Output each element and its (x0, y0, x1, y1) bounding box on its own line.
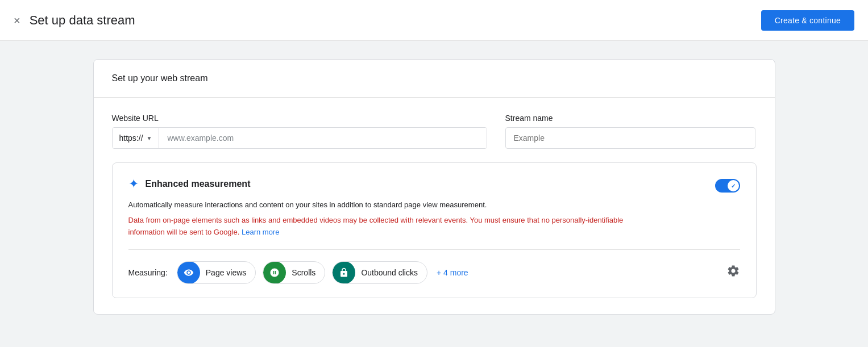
main-content: Set up your web stream Website URL https… (0, 41, 868, 333)
gear-icon[interactable] (726, 264, 740, 281)
toggle-knob: ✓ (728, 180, 739, 191)
create-continue-button[interactable]: Create & continue (761, 10, 854, 31)
sparkle-icon: ✦ (128, 177, 139, 191)
chevron-down-icon: ▼ (147, 135, 152, 141)
protocol-select[interactable]: https:// ▼ (113, 128, 160, 148)
enhanced-title: Enhanced measurement (146, 179, 251, 189)
url-input-group: https:// ▼ (112, 127, 487, 149)
divider (128, 249, 740, 250)
section-title: Set up your web stream (112, 73, 208, 83)
website-url-group: Website URL https:// ▼ (112, 114, 487, 149)
enhanced-header-row: ✦ Enhanced measurement Automatically mea… (128, 177, 740, 238)
enhanced-measurement-box: ✦ Enhanced measurement Automatically mea… (112, 162, 757, 298)
enhanced-header: ✦ Enhanced measurement (128, 177, 715, 191)
page-views-chip[interactable]: Page views (177, 261, 256, 284)
warning-text: Data from on-page elements such as links… (128, 216, 624, 236)
enhanced-measurement-toggle[interactable]: ✓ (715, 179, 740, 193)
scrolls-chip[interactable]: Scrolls (263, 261, 325, 284)
page-views-label: Page views (200, 268, 256, 277)
scrolls-label: Scrolls (286, 268, 325, 277)
more-link[interactable]: + 4 more (437, 268, 468, 277)
outbound-clicks-icon (333, 261, 355, 284)
measuring-row: Measuring: Page views Scrolls (128, 261, 740, 284)
page-header: × Set up data stream Create & continue (0, 0, 868, 41)
card-body: Website URL https:// ▼ Stream name (94, 98, 775, 314)
check-icon: ✓ (731, 183, 736, 189)
enhanced-description: Automatically measure interactions and c… (128, 199, 640, 211)
close-icon[interactable]: × (14, 15, 20, 26)
toggle-wrapper: ✓ (715, 179, 740, 193)
fields-row: Website URL https:// ▼ Stream name (112, 114, 757, 149)
enhanced-warning: Data from on-page elements such as links… (128, 215, 640, 239)
stream-name-label: Stream name (505, 114, 755, 123)
website-url-input[interactable] (159, 128, 486, 148)
website-url-label: Website URL (112, 114, 487, 123)
scrolls-icon (263, 261, 286, 284)
header-left: × Set up data stream (14, 13, 135, 28)
learn-more-link[interactable]: Learn more (242, 228, 279, 236)
measuring-label: Measuring: (128, 268, 168, 277)
page-title: Set up data stream (30, 13, 135, 28)
protocol-value: https:// (119, 133, 143, 143)
stream-name-input[interactable] (505, 127, 755, 149)
outbound-clicks-chip[interactable]: Outbound clicks (332, 261, 427, 284)
setup-card: Set up your web stream Website URL https… (93, 59, 775, 315)
page-views-icon (177, 261, 200, 284)
card-header: Set up your web stream (94, 60, 775, 98)
outbound-clicks-label: Outbound clicks (355, 268, 427, 277)
stream-name-group: Stream name (505, 114, 755, 149)
enhanced-text-block: ✦ Enhanced measurement Automatically mea… (128, 177, 715, 238)
